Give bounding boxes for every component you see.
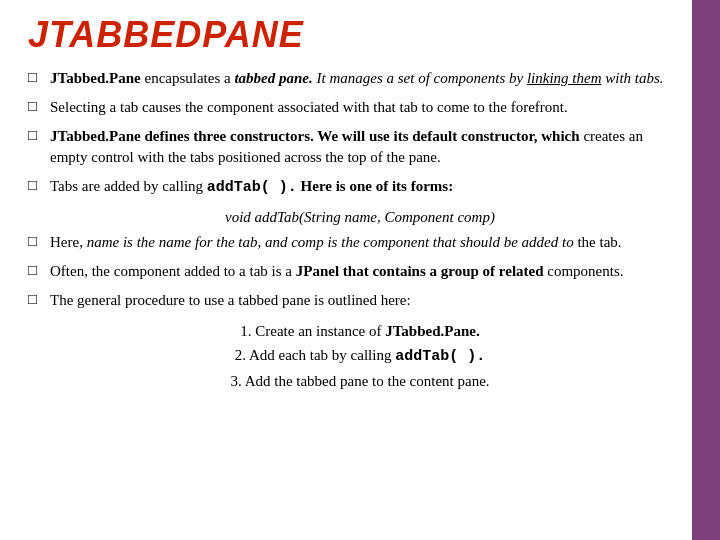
step-1: 1. Create an instance of JTabbed.Pane.	[50, 319, 670, 343]
text-addtab-code: addTab( ).	[207, 179, 297, 196]
text-with-tabs: with tabs.	[602, 70, 664, 86]
text-bold-4: Here is one of its forms:	[297, 178, 453, 194]
bullet-symbol-6: □	[28, 261, 50, 279]
text-jtabbedpane-3: JTabbed.Pane defines three constructors.…	[50, 128, 580, 144]
content-area: □ JTabbed.Pane encapsulates a tabbed pan…	[0, 64, 720, 407]
text-linking-them: linking them	[527, 70, 602, 86]
bullet-text-7: The general procedure to use a tabbed pa…	[50, 290, 670, 312]
bullet-item-2: □ Selecting a tab causes the component a…	[28, 97, 670, 119]
bullet-symbol-3: □	[28, 126, 50, 144]
bullet-item-4: □ Tabs are added by calling addTab( ). H…	[28, 176, 670, 199]
steps-block: 1. Create an instance of JTabbed.Pane. 2…	[50, 319, 670, 393]
bullet-symbol-2: □	[28, 97, 50, 115]
bullet-symbol-4: □	[28, 176, 50, 194]
step-3: 3. Add the tabbed pane to the content pa…	[50, 369, 670, 393]
text-here: Here,	[50, 234, 87, 250]
bullet-symbol-7: □	[28, 290, 50, 308]
bullet-item-5: □ Here, name is the name for the tab, an…	[28, 232, 670, 254]
text-jtabbedpane-step: JTabbed.Pane.	[385, 323, 479, 339]
text-void-addtab: void addTab(String name, Component comp)	[225, 209, 495, 225]
code-block-addtab: void addTab(String name, Component comp)	[50, 206, 670, 229]
bullet-text-1: JTabbed.Pane encapsulates a tabbed pane.…	[50, 68, 670, 90]
bullet-item-3: □ JTabbed.Pane defines three constructor…	[28, 126, 670, 170]
bullet-symbol-1: □	[28, 68, 50, 86]
bullet-symbol-5: □	[28, 232, 50, 250]
sidebar-purple-bar	[692, 0, 720, 540]
bullet-text-6: Often, the component added to a tab is a…	[50, 261, 670, 283]
text-jpanel: JPanel that contains a group of related	[296, 263, 544, 279]
bullet-text-2: Selecting a tab causes the component ass…	[50, 97, 670, 119]
page-title: JTABBEDPANE	[0, 0, 720, 64]
text-normal-1a: encapsulates a	[144, 70, 234, 86]
bullet-text-3: JTabbed.Pane defines three constructors.…	[50, 126, 670, 170]
text-jtabbedpane-1: JTabbed.Pane	[50, 70, 141, 86]
text-often: Often, the component added to a tab is a	[50, 263, 296, 279]
bullet-item-1: □ JTabbed.Pane encapsulates a tabbed pan…	[28, 68, 670, 90]
step-2: 2. Add each tab by calling addTab( ).	[50, 343, 670, 369]
text-tabbedpane: tabbed pane.	[234, 70, 312, 86]
text-normal-4a: Tabs are added by calling	[50, 178, 207, 194]
text-components: components.	[544, 263, 624, 279]
bullet-item-6: □ Often, the component added to a tab is…	[28, 261, 670, 283]
bullet-text-5: Here, name is the name for the tab, and …	[50, 232, 670, 254]
text-addtab-step: addTab( ).	[395, 348, 485, 365]
bullet-text-4: Tabs are added by calling addTab( ). Her…	[50, 176, 670, 199]
bullet-item-7: □ The general procedure to use a tabbed …	[28, 290, 670, 312]
text-general-procedure: The general procedure to use a tabbed pa…	[50, 292, 411, 308]
text-italic-5: name is the name for the tab, and comp i…	[87, 234, 574, 250]
text-italic-1a: It manages a set of components by	[317, 70, 527, 86]
text-thetab: the tab.	[574, 234, 622, 250]
